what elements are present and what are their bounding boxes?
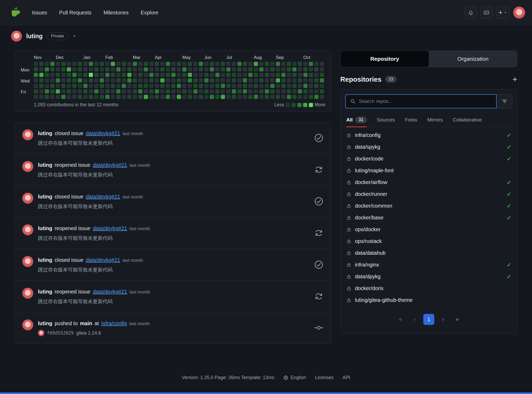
heatmap-cell[interactable] <box>171 62 175 66</box>
heatmap-cell[interactable] <box>50 62 54 66</box>
heatmap-cell[interactable] <box>193 84 198 88</box>
heatmap-cell[interactable] <box>133 84 137 88</box>
heatmap-cell[interactable] <box>320 67 324 71</box>
heatmap-cell[interactable] <box>149 89 153 93</box>
heatmap-cell[interactable] <box>94 73 98 77</box>
heatmap-cell[interactable] <box>72 62 76 66</box>
heatmap-cell[interactable] <box>127 89 131 93</box>
heatmap-cell[interactable] <box>94 78 98 82</box>
heatmap-cell[interactable] <box>105 67 109 71</box>
heatmap-cell[interactable] <box>34 89 38 93</box>
heatmap-cell[interactable] <box>243 62 247 66</box>
heatmap-cell[interactable] <box>50 73 54 77</box>
heatmap-cell[interactable] <box>204 67 209 71</box>
heatmap-cell[interactable] <box>122 67 126 71</box>
heatmap-cell[interactable] <box>83 67 87 71</box>
heatmap-cell[interactable] <box>254 89 258 93</box>
heatmap-cell[interactable] <box>56 78 60 82</box>
heatmap-cell[interactable] <box>237 62 242 66</box>
activity-object-link[interactable]: data/dpykg#21 <box>93 162 127 168</box>
heatmap-cell[interactable] <box>276 78 280 82</box>
heatmap-cell[interactable] <box>210 89 214 93</box>
heatmap-cell[interactable] <box>298 95 302 99</box>
heatmap-cell[interactable] <box>226 62 231 66</box>
heatmap-cell[interactable] <box>127 78 131 82</box>
gitea-logo-icon[interactable] <box>10 7 22 19</box>
heatmap-cell[interactable] <box>182 95 187 99</box>
heatmap-cell[interactable] <box>237 84 242 88</box>
heatmap-cell[interactable] <box>116 95 120 99</box>
heatmap-cell[interactable] <box>226 78 231 82</box>
navbar-item[interactable]: Issues <box>32 10 47 16</box>
heatmap-cell[interactable] <box>133 89 137 93</box>
heatmap-cell[interactable] <box>45 84 49 88</box>
heatmap-cell[interactable] <box>281 73 286 77</box>
heatmap-cell[interactable] <box>144 73 148 77</box>
heatmap-cell[interactable] <box>259 78 264 82</box>
heatmap-cell[interactable] <box>237 73 242 77</box>
heatmap-cell[interactable] <box>221 67 225 71</box>
heatmap-cell[interactable] <box>61 84 65 88</box>
heatmap-cell[interactable] <box>210 73 214 77</box>
heatmap-cell[interactable] <box>248 78 253 82</box>
repo-filter-tab-forks[interactable]: Forks <box>405 113 418 127</box>
heatmap-cell[interactable] <box>144 78 148 82</box>
activity-object-link[interactable]: infra/config <box>101 320 127 326</box>
heatmap-cell[interactable] <box>314 62 319 66</box>
heatmap-cell[interactable] <box>298 73 302 77</box>
heatmap-cell[interactable] <box>320 78 324 82</box>
heatmap-cell[interactable] <box>127 95 131 99</box>
heatmap-cell[interactable] <box>83 62 87 66</box>
heatmap-cell[interactable] <box>265 84 269 88</box>
heatmap-cell[interactable] <box>89 89 93 93</box>
heatmap-cell[interactable] <box>160 95 164 99</box>
heatmap-cell[interactable] <box>232 78 236 82</box>
heatmap-cell[interactable] <box>72 78 76 82</box>
heatmap-cell[interactable] <box>138 62 142 66</box>
heatmap-cell[interactable] <box>94 84 98 88</box>
repo-list-item[interactable]: docker/runner ✓ <box>341 188 517 200</box>
heatmap-cell[interactable] <box>177 84 181 88</box>
heatmap-cell[interactable] <box>133 62 137 66</box>
heatmap-cell[interactable] <box>287 62 291 66</box>
heatmap-cell[interactable] <box>298 78 302 82</box>
heatmap-cell[interactable] <box>276 62 280 66</box>
heatmap-cell[interactable] <box>177 95 181 99</box>
heatmap-cell[interactable] <box>232 62 236 66</box>
heatmap-cell[interactable] <box>78 78 82 82</box>
heatmap-cell[interactable] <box>221 78 225 82</box>
add-repository-button[interactable]: + <box>512 75 517 84</box>
heatmap-cell[interactable] <box>116 84 120 88</box>
heatmap-cell[interactable] <box>221 62 225 66</box>
heatmap-cell[interactable] <box>122 78 126 82</box>
heatmap-cell[interactable] <box>50 95 54 99</box>
heatmap-cell[interactable] <box>89 67 93 71</box>
heatmap-cell[interactable] <box>281 84 286 88</box>
heatmap-cell[interactable] <box>133 73 137 77</box>
heatmap-cell[interactable] <box>83 95 87 99</box>
heatmap-cell[interactable] <box>270 62 275 66</box>
heatmap-cell[interactable] <box>270 73 275 77</box>
heatmap-cell[interactable] <box>166 95 170 99</box>
heatmap-cell[interactable] <box>254 78 258 82</box>
heatmap-cell[interactable] <box>248 89 253 93</box>
heatmap-cell[interactable] <box>276 95 280 99</box>
heatmap-cell[interactable] <box>276 84 280 88</box>
heatmap-cell[interactable] <box>182 67 187 71</box>
heatmap-cell[interactable] <box>39 67 43 71</box>
heatmap-cell[interactable] <box>105 84 109 88</box>
heatmap-cell[interactable] <box>287 67 291 71</box>
heatmap-cell[interactable] <box>122 95 126 99</box>
licenses-link[interactable]: Licenses <box>315 375 333 380</box>
navbar-item[interactable]: Pull Requests <box>59 10 91 16</box>
heatmap-cell[interactable] <box>155 95 159 99</box>
heatmap-cell[interactable] <box>144 67 148 71</box>
heatmap-cell[interactable] <box>314 89 319 93</box>
heatmap-cell[interactable] <box>215 84 220 88</box>
heatmap-cell[interactable] <box>39 78 43 82</box>
heatmap-cell[interactable] <box>50 67 54 71</box>
heatmap-cell[interactable] <box>39 95 43 99</box>
heatmap-cell[interactable] <box>166 84 170 88</box>
heatmap-cell[interactable] <box>248 73 253 77</box>
heatmap-cell[interactable] <box>138 95 142 99</box>
